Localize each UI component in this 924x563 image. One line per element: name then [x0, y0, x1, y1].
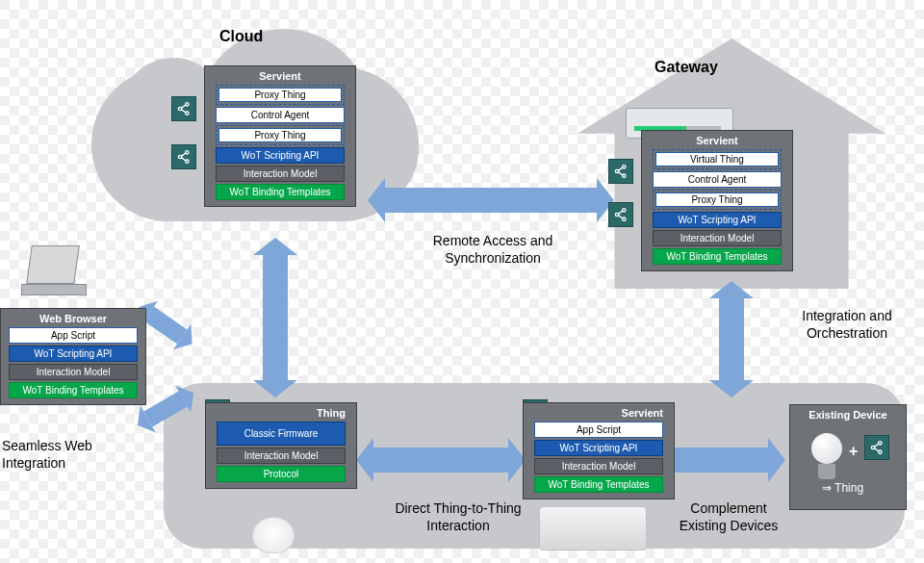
cloud-label: Cloud	[219, 27, 263, 46]
gw-bind: WoT Binding Templates	[653, 248, 782, 265]
web-browser-box: Web Browser App Script WoT Scripting API…	[0, 308, 146, 405]
integration-label: Integration and Orchestration	[789, 308, 905, 342]
dev-title: Servient	[526, 407, 671, 419]
lightbulb-icon	[811, 433, 842, 479]
gateway-label: Gateway	[654, 58, 718, 77]
cloud-bind: WoT Binding Templates	[216, 184, 345, 200]
dev-bind: WoT Binding Templates	[534, 476, 663, 493]
ac-unit-icon	[539, 506, 647, 550]
browser-api: WoT Scripting API	[9, 345, 138, 362]
cloud-servient-title: Servient	[208, 70, 352, 82]
thing-box: Thing Classic Firmware Interaction Model…	[205, 402, 357, 489]
gateway-servient-box: Servient Virtual Thing Control Agent Pro…	[641, 130, 793, 271]
svg-line-3	[181, 105, 186, 108]
gw-title: Servient	[645, 135, 789, 146]
remote-label: Remote Access and Synchronization	[416, 233, 570, 267]
implies-thing: ⇒ Thing	[822, 481, 863, 495]
gw-im: Interaction Model	[653, 230, 782, 246]
arrow-gateway-devices	[719, 298, 744, 380]
cloud-im: Interaction Model	[216, 166, 345, 182]
td-icon	[608, 159, 633, 184]
arrow-thing-servient	[373, 448, 508, 473]
svg-line-4	[181, 110, 186, 113]
thing-proto: Protocol	[217, 466, 346, 482]
cloud-api: WoT Scripting API	[216, 147, 345, 164]
dev-app: App Script	[534, 422, 663, 438]
dev-api: WoT Scripting API	[534, 440, 663, 456]
svg-line-33	[874, 444, 879, 447]
cloud-proxy2: Proxy Thing	[218, 128, 342, 142]
td-icon	[608, 202, 633, 227]
thing-im: Interaction Model	[217, 448, 346, 464]
arrow-servient-existing	[672, 448, 768, 473]
svg-line-19	[618, 216, 623, 218]
svg-line-18	[618, 211, 623, 214]
seamless-label: Seamless Web Integration	[2, 438, 127, 472]
gw-proxy: Proxy Thing	[655, 192, 779, 207]
cloud-proxy1: Proxy Thing	[218, 88, 342, 102]
td-icon	[864, 435, 889, 460]
svg-line-9	[181, 158, 186, 161]
cloud-control: Control Agent	[216, 107, 345, 123]
thing-title: Thing	[209, 407, 353, 419]
thing-fw: Classic Firmware	[217, 422, 346, 446]
arrow-browser-cloud	[144, 307, 188, 345]
browser-title: Web Browser	[4, 313, 142, 324]
laptop-icon	[21, 245, 85, 297]
cloud-servient-box: Servient Proxy Thing Control Agent Proxy…	[204, 65, 356, 207]
td-icon	[171, 144, 196, 169]
sensor-icon	[252, 517, 295, 553]
svg-line-8	[181, 153, 186, 156]
arrow-cloud-thing	[263, 255, 288, 380]
browser-app: App Script	[9, 327, 138, 344]
td-icon	[171, 96, 196, 121]
svg-line-14	[618, 172, 623, 175]
gw-virtual: Virtual Thing	[655, 152, 779, 166]
svg-line-34	[874, 448, 879, 451]
existing-title: Existing Device	[793, 409, 903, 421]
dev-im: Interaction Model	[534, 458, 663, 474]
browser-im: Interaction Model	[9, 364, 138, 380]
gw-api: WoT Scripting API	[653, 212, 782, 228]
browser-bind: WoT Binding Templates	[9, 382, 138, 398]
svg-line-13	[618, 167, 623, 170]
arrow-cloud-gateway	[385, 188, 597, 213]
gw-control: Control Agent	[653, 171, 782, 188]
direct-label: Direct Thing-to-Thing Interaction	[391, 500, 526, 534]
complement-label: Complement Existing Devices	[666, 500, 791, 534]
plus-sign: +	[849, 443, 858, 460]
device-servient-box: Servient App Script WoT Scripting API In…	[523, 402, 675, 499]
